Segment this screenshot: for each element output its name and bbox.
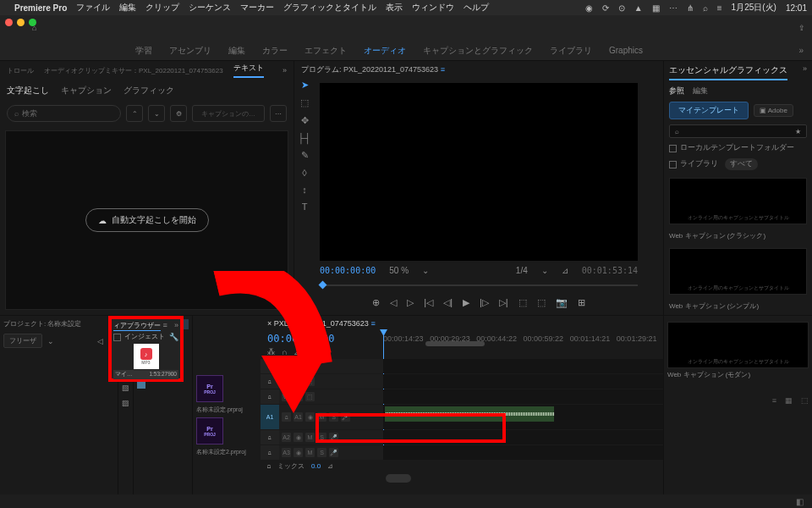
track-source-patch[interactable]: A1 bbox=[261, 405, 279, 429]
program-timecode[interactable]: 00:00:00:00 bbox=[320, 266, 376, 275]
share-icon[interactable]: ⇪ bbox=[798, 24, 805, 32]
shape-tool-icon[interactable]: ◊ bbox=[302, 168, 306, 178]
video-track[interactable] bbox=[383, 374, 663, 389]
text-subtab-transcribe[interactable]: 文字起こし bbox=[7, 85, 49, 97]
text-subtab-graphic[interactable]: グラフィック bbox=[123, 85, 174, 97]
ingest-checkbox[interactable] bbox=[113, 334, 121, 341]
track-header[interactable]: V3 bbox=[282, 362, 291, 371]
media-clip-thumbnail[interactable]: ♪MP3 bbox=[134, 344, 159, 369]
footer-icon[interactable]: ◧ bbox=[796, 497, 804, 506]
search-icon[interactable]: ⌕ bbox=[703, 3, 708, 13]
library-checkbox[interactable] bbox=[669, 161, 677, 168]
strip-icon[interactable]: ▨ bbox=[122, 399, 129, 407]
video-track[interactable] bbox=[383, 389, 663, 404]
project-item[interactable]: PrPROJ bbox=[196, 417, 223, 444]
local-folder-checkbox[interactable] bbox=[669, 145, 677, 152]
marker-icon[interactable]: ⊿ bbox=[562, 266, 568, 275]
caption-track-button[interactable]: キャプションの… bbox=[192, 105, 265, 122]
bin-select[interactable]: フリーザ bbox=[3, 334, 42, 348]
lift-button[interactable]: ⬚ bbox=[518, 297, 527, 308]
control-center-icon[interactable]: ≡ bbox=[717, 3, 722, 13]
menu-clip[interactable]: クリップ bbox=[145, 2, 179, 14]
track-toggle[interactable]: ⩍ bbox=[261, 374, 279, 389]
adobe-stock-button[interactable]: ▣ Adobe bbox=[754, 104, 793, 117]
menubar-date[interactable]: 1月25日(火) bbox=[732, 2, 776, 14]
hand-tool-icon[interactable]: ⬚ bbox=[300, 97, 309, 108]
mix-value[interactable]: 0.0 bbox=[311, 462, 321, 470]
menu-help[interactable]: ヘルプ bbox=[464, 2, 489, 14]
extract-button[interactable]: ⬚ bbox=[537, 297, 546, 308]
mark-in-button[interactable]: ◁ bbox=[390, 297, 397, 308]
track-toggle[interactable]: ⩍ bbox=[261, 359, 279, 373]
panel-tab-mixer[interactable]: オーディオクリップミキサー：PXL_20220121_074753623 bbox=[44, 66, 223, 75]
video-track[interactable] bbox=[383, 359, 663, 373]
pen-tool-icon[interactable]: ├┤ bbox=[298, 133, 311, 143]
sequence-tab[interactable]: PXL_20220121_074753623 bbox=[274, 319, 369, 328]
selection-tool-icon[interactable]: ➤ bbox=[301, 80, 309, 91]
panel-tab-text[interactable]: テキスト bbox=[233, 63, 264, 78]
template-thumbnail[interactable]: オンライン用のキャプションとサブタイトル bbox=[667, 322, 809, 368]
type-tool-icon[interactable]: T bbox=[302, 202, 308, 212]
play-button[interactable]: ▶ bbox=[463, 297, 469, 308]
page-indicator[interactable]: 1/4 bbox=[516, 266, 528, 275]
panel-tab[interactable]: トロール bbox=[7, 66, 34, 75]
zoom-select[interactable]: 50 % bbox=[389, 266, 409, 275]
step-fwd-button[interactable]: |▷ bbox=[480, 297, 489, 308]
workspace-tab[interactable]: アセンブリ bbox=[169, 45, 211, 57]
project-item[interactable]: PrPROJ bbox=[196, 375, 223, 402]
menu-sequence[interactable]: シーケンス bbox=[189, 2, 231, 14]
template-thumbnail[interactable]: オンライン用のキャプションとサブタイトル bbox=[669, 178, 807, 224]
marker-tool-icon[interactable]: ⊿ bbox=[294, 348, 300, 356]
timeline-scrollbar[interactable] bbox=[267, 474, 656, 483]
more-button[interactable]: ⋯ bbox=[270, 105, 287, 122]
audio-track[interactable] bbox=[383, 445, 663, 460]
track-toggle[interactable]: ⩍ bbox=[261, 445, 279, 460]
view-icon[interactable]: ▦ bbox=[785, 396, 793, 405]
menu-window[interactable]: ウィンドウ bbox=[412, 2, 454, 14]
minimize-window-button[interactable] bbox=[17, 19, 25, 26]
timeline-ruler[interactable]: 00:00:14:2300:00:29:2300:00:44:2200:00:5… bbox=[383, 331, 663, 358]
go-out-button[interactable]: ▷| bbox=[499, 297, 508, 308]
workspace-tab[interactable]: Graphics bbox=[609, 46, 643, 55]
my-templates-button[interactable]: マイテンプレート bbox=[669, 102, 749, 119]
snap-icon[interactable]: ⁂ bbox=[267, 348, 275, 356]
track-header[interactable]: V2 bbox=[282, 377, 291, 386]
status-icon[interactable]: ⊙ bbox=[618, 3, 625, 13]
text-subtab-caption[interactable]: キャプション bbox=[61, 85, 112, 97]
status-icon[interactable]: ▦ bbox=[652, 3, 660, 13]
menubar-time[interactable]: 12:01 bbox=[786, 3, 807, 13]
timeline-timecode[interactable]: 00:00:00:00 bbox=[261, 331, 383, 346]
essential-tab-edit[interactable]: 編集 bbox=[693, 86, 708, 97]
menu-graphics[interactable]: グラフィックとタイトル bbox=[283, 2, 376, 14]
work-area-bar[interactable] bbox=[425, 341, 485, 346]
more-icon[interactable]: » bbox=[283, 66, 287, 75]
workspace-overflow-icon[interactable]: » bbox=[798, 46, 804, 55]
panel-title[interactable]: エッセンシャルグラフィックス bbox=[669, 64, 787, 80]
export-frame-button[interactable]: 📷 bbox=[556, 297, 568, 308]
track-toggle[interactable]: ⩍ bbox=[261, 389, 279, 404]
add-marker-button[interactable]: ⊕ bbox=[372, 297, 380, 308]
template-search-input[interactable]: ⌕★ bbox=[669, 124, 807, 138]
program-monitor[interactable] bbox=[320, 83, 638, 261]
menu-view[interactable]: 表示 bbox=[386, 2, 403, 14]
search-input[interactable]: ⌕ 検索 bbox=[7, 105, 121, 122]
start-transcription-button[interactable]: ☁ 自動文字起こしを開始 bbox=[85, 208, 209, 232]
zoom-window-button[interactable] bbox=[29, 19, 36, 26]
wrench-icon[interactable]: 🔧 bbox=[169, 333, 178, 341]
template-thumbnail[interactable]: オンライン用のキャプションとサブタイトル bbox=[669, 248, 807, 295]
menu-marker[interactable]: マーカー bbox=[240, 2, 274, 14]
view-icon[interactable]: ⬚ bbox=[801, 396, 809, 405]
track-toggle[interactable]: ⩍ bbox=[261, 430, 279, 444]
mark-out-button[interactable]: ▷ bbox=[407, 297, 414, 308]
workspace-tab[interactable]: エフェクト bbox=[304, 45, 347, 57]
track-header[interactable]: A2 bbox=[282, 433, 291, 442]
step-back-button[interactable]: ◁| bbox=[443, 297, 453, 308]
workspace-tab-active[interactable]: オーディオ bbox=[364, 45, 406, 57]
settings-icon[interactable]: ⚙ bbox=[307, 348, 314, 356]
track-header[interactable]: V1 bbox=[282, 392, 291, 401]
track-header[interactable]: A1 bbox=[294, 412, 303, 422]
settings-button[interactable]: ⊞ bbox=[578, 297, 585, 308]
essential-tab-browse[interactable]: 参照 bbox=[669, 86, 684, 97]
program-tab[interactable]: プログラム: PXL_20220121_074753623 bbox=[301, 65, 438, 74]
crop-tool-icon[interactable]: ✥ bbox=[301, 115, 309, 126]
